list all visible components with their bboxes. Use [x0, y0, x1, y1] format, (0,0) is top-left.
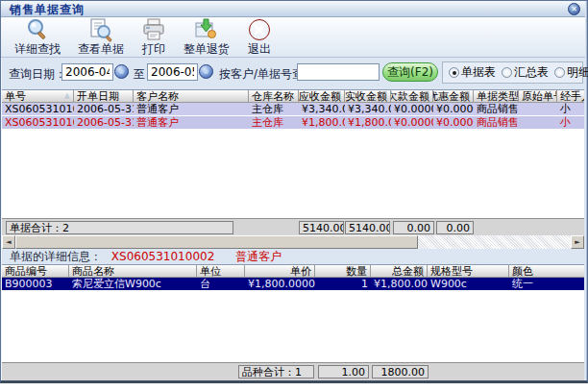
- toolbar-button-label: 打印: [142, 41, 165, 58]
- cell: 普通客户: [134, 103, 249, 115]
- cell: 索尼爱立信W900c: [69, 278, 197, 290]
- cell: 1: [315, 278, 371, 290]
- cell: 主仓库: [249, 103, 299, 115]
- date-to-picker-icon[interactable]: [199, 64, 213, 79]
- exit-icon: [247, 17, 272, 42]
- sales-order-query-window: 销售单据查询 ✕ 详细查找查看单据打印整单退货退出 查询日期： 至 按客户/单据…: [0, 0, 588, 383]
- toolbar-button-4[interactable]: 退出: [243, 16, 276, 59]
- date-from-picker-icon[interactable]: [114, 64, 129, 79]
- cell: 统一: [509, 278, 584, 290]
- return-document-icon: [194, 17, 219, 42]
- column-header[interactable]: 单据类型: [474, 90, 519, 103]
- radio-unselected-icon[interactable]: [502, 67, 512, 78]
- cell: ¥0.0000: [433, 103, 474, 115]
- items-total-amount: 1800.00: [372, 365, 429, 379]
- column-header[interactable]: 单价: [245, 265, 315, 278]
- column-header[interactable]: 原始单号: [519, 90, 557, 103]
- toolbar-button-3[interactable]: 整单退货: [180, 16, 233, 59]
- titlebar: 销售单据查询 ✕: [1, 1, 585, 17]
- column-header[interactable]: 商品编号: [2, 265, 69, 278]
- cell: ¥3,340.00: [299, 103, 345, 115]
- cell: 小: [557, 116, 584, 129]
- cell: W900c: [428, 278, 509, 290]
- view-mode-radio-group: 单据表汇总表明细表: [442, 61, 583, 84]
- orders-total-received: 5140.00: [345, 221, 390, 234]
- scrollbar-thumb[interactable]: [15, 235, 418, 249]
- cell: ¥1,800.00: [299, 116, 345, 129]
- radio-selected-icon[interactable]: [449, 67, 459, 78]
- view-mode-radio-0[interactable]: 单据表: [449, 64, 496, 81]
- query-bar: 查询日期： 至 按客户/单据号查询： 查询(F2) 单据表汇总表明细表: [1, 58, 585, 88]
- search-button[interactable]: 查询(F2): [382, 62, 438, 82]
- cell: 主仓库: [249, 116, 299, 129]
- column-header[interactable]: 商品名称: [69, 265, 197, 278]
- document-magnifier-icon: [88, 17, 113, 42]
- to-label: 至: [134, 66, 145, 83]
- cell: ¥1,800.0000: [245, 278, 315, 290]
- scroll-right-icon[interactable]: ►: [571, 235, 584, 249]
- table-row[interactable]: XS0605310100022006-05-31普通客户主仓库¥1,800.00…: [2, 116, 584, 130]
- column-header[interactable]: 经手人: [557, 90, 584, 103]
- toolbar-button-0[interactable]: 详细查找: [11, 16, 64, 59]
- magnifier-icon: [25, 17, 50, 42]
- cell: [519, 103, 557, 115]
- view-mode-radio-2[interactable]: 明细表: [554, 64, 588, 81]
- detail-info-line: 单据的详细信息： XS060531010002 普通客户: [2, 249, 584, 264]
- column-header[interactable]: 开单日期: [74, 90, 134, 103]
- cell: 台: [197, 278, 245, 290]
- detail-info-label: 单据的详细信息：: [10, 250, 102, 263]
- radio-unselected-icon[interactable]: [554, 67, 565, 78]
- items-table: 商品编号商品名称单位单价数量总金额规格型号颜色B900003索尼爱立信W900c…: [2, 264, 584, 362]
- cell: XS060531010002: [2, 116, 74, 129]
- orders-total-count: 单据合计：2: [6, 221, 233, 234]
- customer-query-input[interactable]: [297, 63, 380, 81]
- cell: B900003: [2, 278, 69, 290]
- cell: 商品销售: [474, 103, 519, 115]
- date-from-input[interactable]: [61, 63, 113, 81]
- column-header[interactable]: 单号▲: [2, 90, 74, 103]
- horizontal-scrollbar[interactable]: ◄ ►: [2, 235, 584, 249]
- orders-total-discount: 0.00: [436, 221, 474, 234]
- column-header[interactable]: 总金额: [371, 265, 428, 278]
- column-header[interactable]: 客户名称: [134, 90, 249, 103]
- items-summary-bar: 品种合计：1 1.00 1800.00: [2, 362, 584, 380]
- column-header[interactable]: 数量: [315, 265, 371, 278]
- table-row[interactable]: XS0605310100012006-05-31普通客户主仓库¥3,340.00…: [2, 103, 584, 116]
- radio-label: 明细表: [567, 64, 588, 81]
- column-header[interactable]: 实收金额: [345, 90, 391, 103]
- orders-total-receivable: 5140.00: [299, 221, 344, 234]
- cell: ¥0.0000: [391, 116, 433, 129]
- column-header[interactable]: 颜色: [509, 265, 584, 278]
- column-header[interactable]: 规格型号: [428, 265, 509, 278]
- column-header[interactable]: 单位: [197, 265, 245, 278]
- toolbar-button-2[interactable]: 打印: [137, 16, 170, 59]
- sort-ascending-icon: ▲: [64, 92, 70, 100]
- toolbar: 详细查找查看单据打印整单退货退出: [1, 17, 585, 58]
- table-row[interactable]: B900003索尼爱立信W900c台¥1,800.00001¥1,800.000…: [2, 278, 584, 290]
- items-total-quantity: 1.00: [318, 365, 369, 379]
- column-header[interactable]: 应收金额: [299, 90, 345, 103]
- close-icon[interactable]: ✕: [568, 3, 580, 15]
- cell: XS060531010001: [2, 103, 74, 115]
- scroll-left-icon[interactable]: ◄: [2, 235, 15, 249]
- toolbar-button-1[interactable]: 查看单据: [74, 16, 128, 59]
- detail-order-number: XS060531010002: [111, 250, 214, 263]
- cell: ¥0.0000: [433, 116, 474, 129]
- column-header[interactable]: 优惠金额: [433, 90, 474, 103]
- column-header[interactable]: 欠款金额: [391, 90, 433, 103]
- radio-label: 汇总表: [514, 64, 549, 81]
- orders-table: 单号▲开单日期客户名称仓库名称应收金额实收金额欠款金额优惠金额单据类型原始单号经…: [2, 89, 584, 218]
- view-mode-radio-1[interactable]: 汇总表: [502, 64, 549, 81]
- cell: ¥0.0000: [391, 103, 433, 115]
- orders-summary-bar: 单据合计：2 5140.00 5140.00 0.00 0.00: [2, 218, 584, 235]
- radio-label: 单据表: [461, 64, 496, 81]
- printer-icon: [141, 17, 166, 42]
- column-header[interactable]: 仓库名称: [249, 90, 299, 103]
- toolbar-button-label: 详细查找: [14, 41, 61, 58]
- date-to-input[interactable]: [147, 63, 198, 81]
- toolbar-button-label: 退出: [248, 41, 271, 58]
- toolbar-button-label: 整单退货: [184, 41, 230, 58]
- cell: 小: [557, 103, 584, 115]
- cell: 2006-05-31: [74, 116, 134, 129]
- cell: ¥1,800.0000: [371, 278, 428, 290]
